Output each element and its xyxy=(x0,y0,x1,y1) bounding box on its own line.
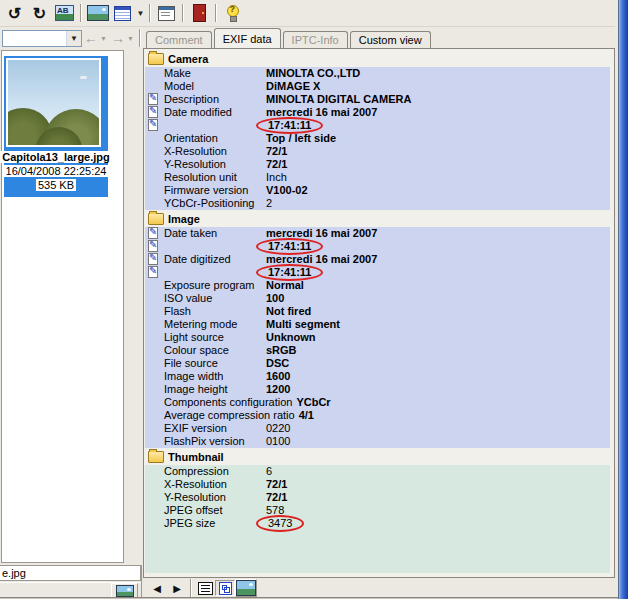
exif-row: EXIF version0220 xyxy=(145,422,610,435)
exif-row: MakeMINOLTA CO.,LTD xyxy=(145,67,610,80)
field-label: EXIF version xyxy=(164,422,266,435)
field-value: MINOLTA DIGITAL CAMERA xyxy=(266,93,411,106)
section-header[interactable]: Image xyxy=(145,212,612,226)
section-image: ImageDate takenmercredi 16 mai 200717:41… xyxy=(145,212,612,450)
field-label: Image width xyxy=(164,370,266,383)
image-view-button[interactable] xyxy=(235,579,257,597)
separator xyxy=(190,579,192,597)
image-view-button xyxy=(236,580,256,596)
separator xyxy=(80,4,82,22)
filename-statusbar: e.jpg xyxy=(0,565,141,581)
field-value: 72/1 xyxy=(266,478,287,491)
exif-row: Y-Resolution72/1 xyxy=(145,158,610,171)
forward-chevron-icon[interactable]: ▼ xyxy=(127,35,136,42)
rotate-left-button[interactable] xyxy=(2,2,27,24)
field-label: X-Resolution xyxy=(164,145,266,158)
field-label xyxy=(164,240,266,253)
file-name-label: Capitola13_large.jpg xyxy=(0,151,112,163)
rotate-right-button[interactable] xyxy=(27,2,52,24)
edit-pencil-icon[interactable] xyxy=(148,266,158,278)
field-value: 72/1 xyxy=(266,158,287,171)
field-value: 72/1 xyxy=(266,491,287,504)
exif-row: YCbCr-Positioning2 xyxy=(145,197,610,210)
field-label xyxy=(164,266,266,279)
slideshow-icon xyxy=(87,5,109,21)
field-label: Metering mode xyxy=(164,318,266,331)
red-circle-annotation: 3473 xyxy=(256,515,304,532)
section-body: MakeMINOLTA CO.,LTDModelDiMAGE XDescript… xyxy=(145,67,610,210)
field-label: Date modified xyxy=(164,106,266,119)
slideshow-button[interactable] xyxy=(85,2,110,24)
separator xyxy=(149,4,151,22)
field-label: Date taken xyxy=(164,227,266,240)
field-value: 72/1 xyxy=(266,145,287,158)
tab-custom-view[interactable]: Custom view xyxy=(350,31,431,48)
history-combobox[interactable]: ▼ xyxy=(2,30,82,47)
field-value: 1600 xyxy=(266,370,290,383)
forward-button[interactable]: → xyxy=(109,30,127,46)
exif-row: Colour spacesRGB xyxy=(145,344,610,357)
exif-row: FlashNot fired xyxy=(145,305,610,318)
thumbnail-photo xyxy=(8,60,99,145)
field-value: DiMAGE X xyxy=(266,80,320,93)
properties-window-icon xyxy=(158,6,175,21)
field-label: YCbCr-Positioning xyxy=(164,197,266,210)
field-label: Model xyxy=(164,80,266,93)
details-view-button[interactable] xyxy=(195,580,215,596)
tab-comment[interactable]: Comment xyxy=(146,31,212,48)
next-image-button[interactable] xyxy=(167,580,187,596)
rename-icon xyxy=(55,5,74,21)
file-thumbnail[interactable] xyxy=(6,58,101,147)
field-label: X-Resolution xyxy=(164,478,266,491)
exif-row: 17:41:11 xyxy=(145,266,610,279)
field-value: Top / left side xyxy=(266,132,336,145)
window-border xyxy=(618,0,628,599)
field-label: Make xyxy=(164,67,266,80)
exif-row: ModelDiMAGE X xyxy=(145,80,610,93)
section-title: Camera xyxy=(168,53,208,65)
field-label: Y-Resolution xyxy=(164,158,266,171)
section-body: Date takenmercredi 16 mai 200717:41:11Da… xyxy=(145,227,610,448)
tab-exif-data[interactable]: EXIF data xyxy=(214,28,281,48)
file-list-panel[interactable]: Capitola13_large.jpg 16/04/2008 22:25:24… xyxy=(1,50,124,563)
exif-row: Exposure programNormal xyxy=(145,279,610,292)
back-button[interactable]: ← xyxy=(82,30,100,46)
lightbulb-button[interactable] xyxy=(220,2,245,24)
table-view-button[interactable] xyxy=(110,2,135,24)
exif-row: OrientationTop / left side xyxy=(145,132,610,145)
field-label: Light source xyxy=(164,331,266,344)
chevron-down-icon[interactable]: ▼ xyxy=(135,2,146,24)
separator xyxy=(182,4,184,22)
field-label: Resolution unit xyxy=(164,171,266,184)
exif-row: 17:41:11 xyxy=(145,240,610,253)
field-value: DSC xyxy=(266,357,289,370)
rotate-right-icon xyxy=(33,4,46,23)
exit-door-button[interactable] xyxy=(187,2,212,24)
tab-iptc-info[interactable]: IPTC-Info xyxy=(283,31,348,48)
rename-button[interactable] xyxy=(52,2,77,24)
exif-row: Date takenmercredi 16 mai 2007 xyxy=(145,227,610,240)
chevron-down-icon[interactable]: ▼ xyxy=(66,31,81,46)
viewer-toolbar xyxy=(143,579,615,597)
selected-file-item[interactable]: Capitola13_large.jpg 16/04/2008 22:25:24… xyxy=(4,56,108,197)
section-header[interactable]: Camera xyxy=(145,52,612,66)
edit-pencil-icon[interactable] xyxy=(148,119,158,131)
field-label: Components configuration xyxy=(164,396,296,409)
previous-image-button[interactable] xyxy=(147,580,167,596)
properties-window-button[interactable] xyxy=(154,2,179,24)
field-label: Description xyxy=(164,93,266,106)
field-label xyxy=(164,119,266,132)
field-value: Inch xyxy=(266,171,287,184)
exif-row: Image height1200 xyxy=(145,383,610,396)
field-label: JPEG size xyxy=(164,517,266,530)
back-chevron-icon[interactable]: ▼ xyxy=(100,35,109,42)
section-header[interactable]: Thumbnail xyxy=(145,450,612,464)
field-label: FlashPix version xyxy=(164,435,266,448)
exif-row: JPEG offset578 xyxy=(145,504,610,517)
field-value: 1200 xyxy=(266,383,290,396)
table-view-icon xyxy=(114,6,131,21)
field-label: Orientation xyxy=(164,132,266,145)
section-title: Image xyxy=(168,213,200,225)
separator xyxy=(139,29,141,47)
thumbnails-view-button[interactable] xyxy=(215,580,235,596)
